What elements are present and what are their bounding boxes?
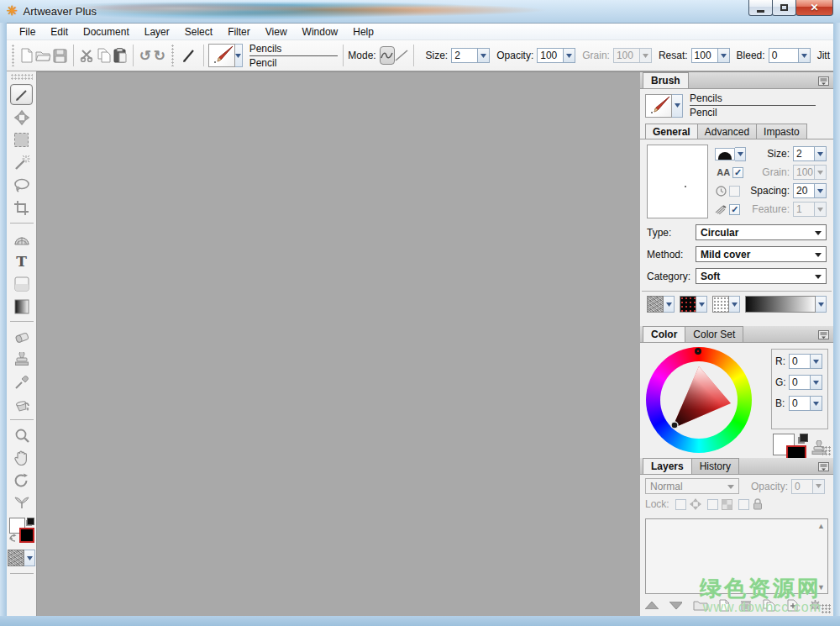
tool-shape[interactable] xyxy=(10,273,33,294)
brush-tip-swatch[interactable] xyxy=(715,148,735,160)
color-set-tab[interactable]: Color Set xyxy=(685,326,743,342)
save-button[interactable] xyxy=(53,45,67,66)
pattern-swatch-red[interactable] xyxy=(680,296,696,313)
open-button[interactable] xyxy=(35,45,51,66)
opacity-combo[interactable]: 100 xyxy=(537,48,575,63)
timer-checkbox[interactable] xyxy=(729,186,740,197)
swap-colors-icon[interactable] xyxy=(9,534,18,543)
bleed-combo[interactable]: 0 xyxy=(769,48,811,63)
menu-layer[interactable]: Layer xyxy=(137,24,177,39)
tab-advanced[interactable]: Advanced xyxy=(697,124,757,139)
paper-texture-dropdown[interactable] xyxy=(664,296,675,313)
tool-crop[interactable] xyxy=(10,197,33,218)
brush-tool-button[interactable] xyxy=(181,45,197,66)
canvas-area[interactable] xyxy=(37,71,640,616)
new-layer-icon[interactable] xyxy=(719,599,730,612)
copy-button[interactable] xyxy=(97,45,112,66)
panel-brush-preset-thumbnail[interactable] xyxy=(645,94,672,118)
delete-layer-icon[interactable] xyxy=(740,599,752,612)
menu-file[interactable]: File xyxy=(12,24,43,39)
tool-brush[interactable] xyxy=(10,84,33,105)
new-document-button[interactable] xyxy=(20,45,34,66)
menu-document[interactable]: Document xyxy=(76,24,137,39)
tool-gradient[interactable] xyxy=(10,296,33,317)
gradient-selector[interactable] xyxy=(745,296,827,313)
panel-size-combo[interactable]: 2 xyxy=(793,146,827,161)
pattern-dropdown-2[interactable] xyxy=(696,296,707,313)
pattern-swatch[interactable] xyxy=(8,550,24,566)
merge-layer-icon[interactable] xyxy=(786,599,799,612)
default-colors-icon[interactable] xyxy=(27,518,34,525)
duplicate-layer-icon[interactable] xyxy=(763,599,775,612)
toolbar-grip[interactable] xyxy=(171,45,174,66)
menu-edit[interactable]: Edit xyxy=(43,24,76,39)
cut-button[interactable] xyxy=(80,45,95,66)
pattern-dropdown-button[interactable] xyxy=(24,550,35,566)
bristles-checkbox[interactable]: ✓ xyxy=(729,204,740,215)
scatter-swatch[interactable] xyxy=(712,296,729,313)
menu-view[interactable]: View xyxy=(258,24,295,39)
gradient-swatch[interactable] xyxy=(745,296,816,313)
move-layer-down-icon[interactable] xyxy=(669,602,683,609)
opacity-dropdown-button[interactable] xyxy=(564,48,575,63)
paper-texture-selector[interactable] xyxy=(647,296,675,313)
brush-panel-tab[interactable]: Brush xyxy=(643,72,689,88)
g-dropdown[interactable] xyxy=(811,375,822,390)
panel-spacing-combo[interactable]: 20 xyxy=(793,183,827,198)
tool-rotate-view[interactable] xyxy=(10,470,33,491)
scatter-dropdown[interactable] xyxy=(729,296,740,313)
tool-text[interactable]: T xyxy=(10,250,33,271)
menu-help[interactable]: Help xyxy=(345,24,381,39)
tool-zoom[interactable] xyxy=(10,424,33,445)
tool-lasso[interactable] xyxy=(10,175,33,196)
size-dropdown-button[interactable] xyxy=(478,48,490,63)
resat-dropdown-button[interactable] xyxy=(718,48,730,63)
tool-paint-bucket[interactable] xyxy=(10,394,33,415)
r-dropdown[interactable] xyxy=(811,354,822,369)
panel-spacing-dropdown[interactable] xyxy=(815,183,827,198)
b-combo[interactable]: 0 xyxy=(789,396,822,411)
antialias-checkbox[interactable]: ✓ xyxy=(732,167,743,178)
g-combo[interactable]: 0 xyxy=(789,375,822,390)
gradient-dropdown[interactable] xyxy=(816,296,827,313)
brush-preset-dropdown-button[interactable] xyxy=(235,44,243,67)
close-button[interactable]: ✕ xyxy=(795,0,833,16)
tool-move[interactable] xyxy=(10,107,33,128)
pattern-selector[interactable] xyxy=(8,550,35,566)
layer-settings-icon[interactable] xyxy=(809,599,822,612)
hue-ring-marker[interactable] xyxy=(695,348,701,355)
panel-resize-grip[interactable] xyxy=(822,604,832,614)
panel-resize-grip[interactable] xyxy=(822,446,832,456)
menu-select[interactable]: Select xyxy=(177,24,220,39)
default-colors-icon[interactable] xyxy=(800,434,808,442)
color-tab[interactable]: Color xyxy=(643,326,685,342)
saturation-triangle[interactable] xyxy=(660,361,738,439)
new-group-icon[interactable] xyxy=(693,599,708,611)
paper-texture-swatch[interactable] xyxy=(647,296,664,313)
menu-filter[interactable]: Filter xyxy=(220,24,258,39)
titlebar[interactable]: ✳ Artweaver Plus ✕ xyxy=(0,0,840,23)
tool-mosaic[interactable] xyxy=(10,228,33,249)
type-dropdown[interactable]: Circular xyxy=(696,224,827,240)
tab-general[interactable]: General xyxy=(645,124,698,139)
tool-symmetry[interactable] xyxy=(10,492,33,513)
tool-eraser[interactable] xyxy=(10,326,33,347)
size-combo[interactable]: 2 xyxy=(451,48,490,63)
scatter-selector[interactable] xyxy=(712,296,740,313)
mode-freehand-button[interactable] xyxy=(380,46,395,65)
b-dropdown[interactable] xyxy=(811,396,822,411)
paste-button[interactable] xyxy=(113,45,127,66)
history-tab[interactable]: History xyxy=(691,458,739,474)
bleed-dropdown-button[interactable] xyxy=(799,48,811,63)
tool-magic-wand[interactable] xyxy=(10,152,33,173)
panel-menu-button[interactable] xyxy=(816,75,830,87)
color-wheel[interactable] xyxy=(646,347,752,453)
tool-eyedropper[interactable] xyxy=(10,371,33,392)
move-layer-up-icon[interactable] xyxy=(645,602,659,609)
layers-tab[interactable]: Layers xyxy=(643,458,692,474)
tool-rect-select[interactable] xyxy=(10,129,33,150)
scroll-up-icon[interactable]: ▲ xyxy=(816,520,827,531)
pattern-selector-2[interactable] xyxy=(680,296,707,313)
layers-list[interactable]: ▲ ▼ xyxy=(645,518,828,594)
undo-button[interactable]: ↺ xyxy=(139,45,151,66)
